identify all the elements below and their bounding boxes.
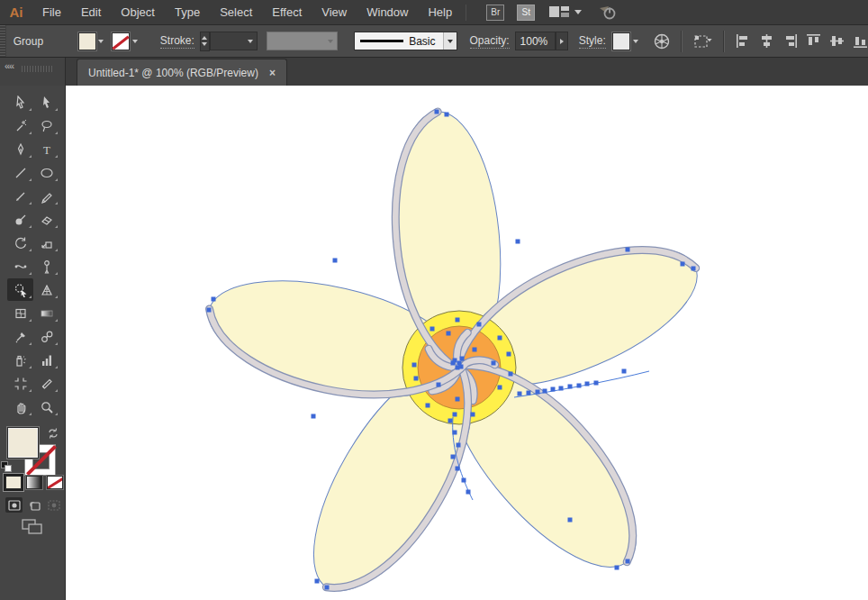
workspace-switcher-icon[interactable] <box>549 2 569 23</box>
anchor-point[interactable] <box>437 383 441 387</box>
anchor-point[interactable] <box>412 363 417 368</box>
menu-file[interactable]: File <box>32 0 71 25</box>
anchor-point[interactable] <box>457 443 461 448</box>
anchor-point[interactable] <box>430 327 435 332</box>
align-middle-vertical-icon[interactable] <box>829 33 845 49</box>
menu-select[interactable]: Select <box>210 0 262 25</box>
anchor-point[interactable] <box>451 455 456 459</box>
tab-close-icon[interactable]: × <box>269 67 276 79</box>
rotate-tool[interactable] <box>7 232 33 254</box>
anchor-point[interactable] <box>498 336 502 341</box>
anchor-point[interactable] <box>207 308 212 313</box>
anchor-point[interactable] <box>456 397 460 402</box>
cs-live-icon[interactable] <box>598 2 618 23</box>
slice-tool[interactable] <box>33 372 59 395</box>
anchor-point[interactable] <box>435 110 439 114</box>
anchor-point[interactable] <box>453 431 457 435</box>
anchor-point[interactable] <box>453 413 457 417</box>
zoom-tool[interactable] <box>33 395 59 418</box>
anchor-point[interactable] <box>333 259 338 263</box>
anchor-point[interactable] <box>445 113 449 117</box>
align-right-icon[interactable] <box>782 33 798 49</box>
align-top-icon[interactable] <box>806 33 821 49</box>
toolbar-grip[interactable] <box>22 66 52 72</box>
opacity-field[interactable]: 100% <box>515 32 556 50</box>
anchor-point[interactable] <box>577 384 582 388</box>
direct-selection-tool[interactable] <box>33 91 59 114</box>
paintbrush-tool[interactable] <box>7 185 33 207</box>
eraser-tool[interactable] <box>33 208 59 231</box>
anchor-point[interactable] <box>315 579 320 584</box>
menu-object[interactable]: Object <box>111 0 165 25</box>
brush-definition-field[interactable] <box>267 32 338 50</box>
stroke-weight-chevron-icon[interactable] <box>244 32 257 50</box>
draw-normal-button[interactable] <box>5 497 23 513</box>
menu-view[interactable]: View <box>312 0 357 25</box>
menu-edit[interactable]: Edit <box>71 0 111 25</box>
magic-wand-tool[interactable] <box>7 114 33 137</box>
draw-inside-button[interactable] <box>45 497 62 513</box>
width-tool[interactable] <box>7 255 33 277</box>
hand-tool[interactable] <box>7 395 33 418</box>
fill-indicator-swatch[interactable] <box>7 427 39 459</box>
anchor-point[interactable] <box>594 381 599 386</box>
workspace-chevron-icon[interactable] <box>574 10 582 14</box>
blob-brush-tool[interactable] <box>7 208 33 231</box>
lasso-tool[interactable] <box>33 114 59 137</box>
anchor-point[interactable] <box>473 348 477 352</box>
anchor-point[interactable] <box>622 369 627 374</box>
anchor-point[interactable] <box>492 361 496 366</box>
artboard-tool[interactable] <box>7 372 33 395</box>
style-label[interactable]: Style: <box>579 34 606 49</box>
scale-tool[interactable] <box>33 232 59 254</box>
anchor-point[interactable] <box>325 586 330 590</box>
type-tool[interactable]: T <box>33 138 59 160</box>
fill-color-swatch[interactable] <box>78 32 96 50</box>
anchor-point[interactable] <box>451 361 456 366</box>
anchor-point[interactable] <box>626 248 630 252</box>
anchor-point[interactable] <box>471 413 475 417</box>
default-fill-stroke-icon[interactable] <box>1 461 13 473</box>
anchor-point[interactable] <box>312 414 316 419</box>
anchor-point[interactable] <box>466 490 471 495</box>
bridge-button[interactable]: Br <box>486 5 504 21</box>
anchor-point[interactable] <box>447 332 451 336</box>
recolor-artwork-icon[interactable] <box>653 31 671 52</box>
anchor-point[interactable] <box>551 387 556 392</box>
anchor-point[interactable] <box>509 372 513 377</box>
align-left-icon[interactable] <box>736 33 751 49</box>
anchor-point[interactable] <box>460 357 465 361</box>
menu-help[interactable]: Help <box>418 0 462 25</box>
toolbar-collapse-button[interactable]: «« <box>5 60 14 71</box>
anchor-point[interactable] <box>692 267 696 271</box>
anchor-point[interactable] <box>559 386 564 391</box>
anchor-point[interactable] <box>568 518 573 523</box>
style-chevron-icon[interactable] <box>630 32 641 50</box>
symbol-sprayer-tool[interactable] <box>7 349 33 371</box>
column-graph-tool[interactable] <box>33 349 59 371</box>
pencil-tool[interactable] <box>33 185 59 207</box>
anchor-point[interactable] <box>615 566 619 570</box>
anchor-point[interactable] <box>414 377 419 381</box>
stroke-weight-label[interactable]: Stroke: <box>160 34 194 49</box>
anchor-point[interactable] <box>456 318 460 323</box>
menu-effect[interactable]: Effect <box>262 0 312 25</box>
opacity-label[interactable]: Opacity: <box>470 34 510 49</box>
mesh-tool[interactable] <box>7 302 33 324</box>
anchor-point[interactable] <box>498 386 502 390</box>
swap-fill-stroke-icon[interactable] <box>47 427 60 443</box>
free-transform-tool[interactable] <box>33 255 59 277</box>
anchor-point[interactable] <box>507 352 511 357</box>
menu-window[interactable]: Window <box>357 0 418 25</box>
anchor-point[interactable] <box>568 385 573 389</box>
style-swatch[interactable] <box>612 32 630 50</box>
shape-builder-tool[interactable] <box>7 278 33 301</box>
anchor-point[interactable] <box>448 419 453 423</box>
ellipse-tool[interactable] <box>33 161 59 184</box>
control-bar-grip[interactable] <box>0 25 6 57</box>
anchor-point[interactable] <box>462 478 466 483</box>
stock-button[interactable]: St <box>517 5 535 21</box>
selection-tool[interactable] <box>7 91 33 114</box>
transform-menu-icon[interactable] <box>693 31 715 52</box>
eyedropper-tool[interactable] <box>7 325 33 348</box>
